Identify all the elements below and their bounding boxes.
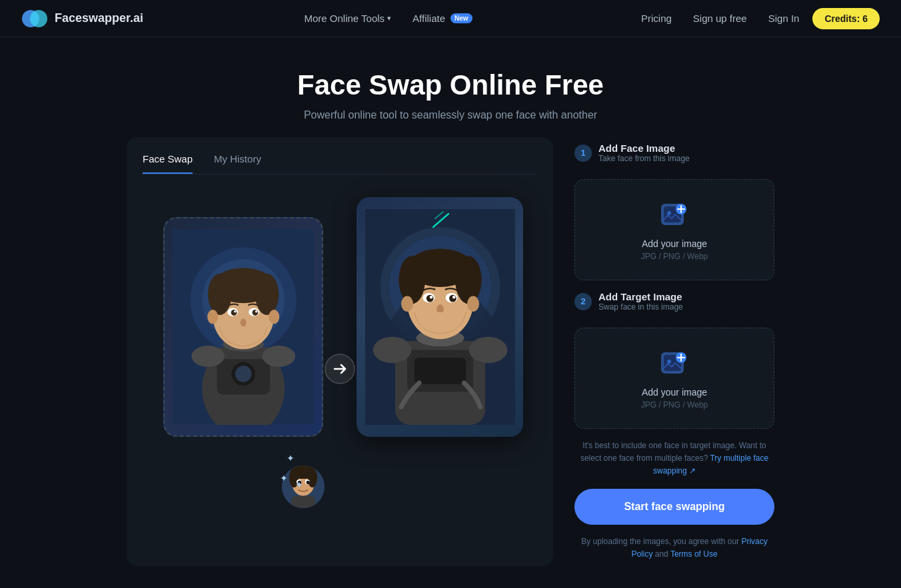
svg-point-73: [667, 360, 671, 364]
step1-number: 1: [574, 145, 592, 162]
step1-title: Add Face Image: [598, 143, 690, 154]
svg-point-24: [191, 346, 225, 367]
logo-link[interactable]: Faceswapper.ai: [21, 5, 143, 32]
svg-line-49: [433, 214, 449, 227]
svg-point-40: [401, 296, 413, 312]
source-image: [163, 217, 323, 437]
nav-links: More Online Tools ▾ Affiliate New: [296, 9, 480, 28]
swap-arrow: [320, 349, 360, 392]
upload-target-box[interactable]: Add your image JPG / PNG / Webp: [574, 328, 774, 429]
terms-of-use-link[interactable]: Terms of Use: [670, 549, 718, 559]
svg-point-25: [262, 346, 295, 367]
teal-accent: [430, 210, 450, 246]
svg-point-1: [30, 10, 47, 27]
demo-images: ✦ ✦ ✦: [150, 190, 530, 550]
svg-point-60: [307, 481, 310, 484]
svg-point-56: [307, 468, 317, 487]
svg-point-23: [241, 319, 247, 327]
svg-point-22: [255, 310, 258, 313]
svg-rect-32: [414, 358, 465, 384]
svg-point-44: [426, 295, 433, 302]
svg-point-21: [234, 310, 237, 313]
step2-label: 2 Add Target Image Swap face in this ima…: [574, 291, 774, 317]
svg-point-9: [235, 366, 252, 382]
svg-point-33: [373, 337, 411, 364]
svg-point-34: [468, 337, 507, 364]
hero-subtitle: Powerful online tool to seamlessly swap …: [13, 109, 888, 121]
signup-link[interactable]: Sign up free: [685, 9, 755, 28]
upload-target-hint: JPG / PNG / Webp: [588, 400, 760, 410]
svg-rect-61: [291, 496, 316, 510]
upload-face-text: Add your image: [588, 238, 760, 249]
svg-point-20: [252, 310, 258, 316]
hero-title: Face Swap Online Free: [13, 69, 888, 101]
star-3: ✦: [295, 479, 303, 490]
navbar: Faceswapper.ai More Online Tools ▾ Affil…: [0, 0, 901, 37]
svg-point-14: [255, 274, 279, 315]
hint-text: It's best to include one face in target …: [574, 440, 774, 478]
right-panel: 1 Add Face Image Take face from this ima…: [574, 137, 774, 566]
demo-area: ✦ ✦ ✦: [143, 190, 537, 550]
svg-point-46: [429, 296, 433, 299]
step2-number: 2: [574, 293, 592, 310]
svg-point-39: [455, 256, 482, 304]
upload-target-icon: [658, 347, 690, 379]
step1-subtitle: Take face from this image: [598, 154, 690, 163]
svg-point-15: [207, 310, 218, 324]
source-person-svg: [173, 229, 314, 424]
svg-point-67: [667, 211, 671, 215]
svg-point-41: [467, 296, 479, 312]
upload-face-hint: JPG / PNG / Webp: [588, 252, 760, 261]
terms-text: By uploading the images, you agree with …: [574, 535, 774, 561]
svg-line-50: [435, 212, 443, 218]
left-panel: Face Swap My History: [127, 137, 553, 566]
step2-subtitle: Swap face in this image: [598, 302, 683, 312]
small-avatar: [280, 463, 327, 510]
tab-face-swap[interactable]: Face Swap: [143, 153, 193, 174]
pricing-link[interactable]: Pricing: [633, 9, 680, 28]
star-1: ✦: [287, 453, 295, 463]
star-2: ✦: [280, 473, 288, 483]
nav-right: Pricing Sign up free Sign In Credits: 6: [633, 8, 880, 29]
upload-face-icon: [658, 198, 690, 230]
credits-button[interactable]: Credits: 6: [812, 8, 880, 29]
tabs: Face Swap My History: [143, 153, 537, 174]
step1-label: 1 Add Face Image Take face from this ima…: [574, 143, 774, 168]
main-content: Face Swap My History: [51, 137, 850, 588]
brand-name: Faceswapper.ai: [55, 11, 143, 25]
logo-icon: [21, 5, 48, 32]
svg-point-13: [208, 274, 231, 315]
hero-section: Face Swap Online Free Powerful online to…: [0, 37, 901, 137]
affiliate-link[interactable]: Affiliate New: [405, 9, 480, 28]
svg-point-19: [231, 310, 237, 316]
new-badge: New: [450, 13, 472, 23]
upload-target-text: Add your image: [588, 387, 760, 398]
step2-title: Add Target Image: [598, 291, 683, 302]
chevron-down-icon: ▾: [387, 14, 391, 23]
svg-point-47: [452, 296, 455, 299]
svg-point-16: [269, 310, 279, 324]
start-button[interactable]: Start face swapping: [574, 489, 774, 525]
more-tools-link[interactable]: More Online Tools ▾: [296, 9, 399, 28]
tab-my-history[interactable]: My History: [214, 153, 261, 174]
svg-point-38: [399, 256, 425, 304]
svg-point-45: [449, 295, 456, 302]
upload-face-box[interactable]: Add your image JPG / PNG / Webp: [574, 179, 774, 280]
signin-link[interactable]: Sign In: [760, 9, 808, 28]
